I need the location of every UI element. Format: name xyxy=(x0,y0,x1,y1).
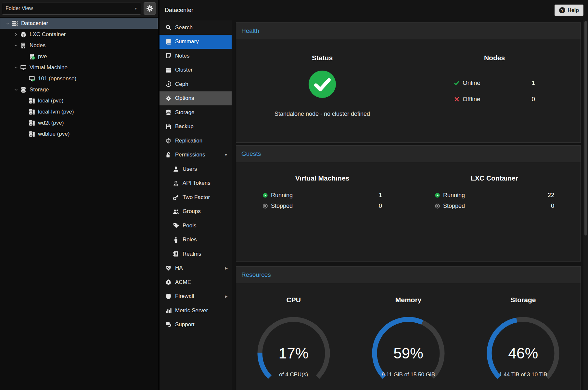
menu-item-label: Replication xyxy=(175,138,202,144)
menu-item-firewall[interactable]: Firewall▶ xyxy=(160,289,232,304)
menu-item-ha[interactable]: HA▶ xyxy=(160,261,232,276)
menu-item-ceph[interactable]: Ceph xyxy=(160,77,232,91)
desktop-icon xyxy=(20,64,27,71)
view-mode-select[interactable]: Folder View ▼ xyxy=(2,3,141,15)
stopped-icon xyxy=(435,203,440,209)
menu-item-realms[interactable]: Realms xyxy=(160,247,232,261)
tree-item-datacenter[interactable]: Datacenter xyxy=(0,18,158,29)
user-icon xyxy=(173,166,179,172)
menu-item-metric-server[interactable]: Metric Server xyxy=(160,303,232,318)
page-title: Datacenter xyxy=(165,7,193,14)
expander-spacer xyxy=(21,75,28,82)
menu-item-label: Options xyxy=(175,95,194,101)
tree-item-wdblue-pve[interactable]: wdblue (pve) xyxy=(0,128,158,140)
gear-icon xyxy=(146,5,153,12)
running-icon xyxy=(435,193,440,198)
tree-item-nodes[interactable]: Nodes xyxy=(0,40,158,51)
tree-item-label: Virtual Machine xyxy=(30,64,68,71)
menu-item-label: Summary xyxy=(175,38,199,45)
chevron-down-icon[interactable] xyxy=(12,86,19,93)
storage-gauge-value: 46% xyxy=(474,344,572,362)
menu-item-label: Support xyxy=(175,321,195,328)
storage-drive-icon xyxy=(29,120,35,126)
view-mode-value: Folder View xyxy=(6,6,33,11)
menu-item-users[interactable]: Users xyxy=(160,162,232,176)
menu-item-label: API Tokens xyxy=(183,180,211,186)
tree-item-lxc-container[interactable]: LXC Container xyxy=(0,29,158,40)
tree-item-label: Nodes xyxy=(30,42,45,49)
health-status-column: Status Standalone node - no cluster defi… xyxy=(236,39,408,142)
nodes-offline-value: 0 xyxy=(531,96,535,103)
menu-item-pools[interactable]: Pools xyxy=(160,219,232,233)
tree-item-101-opnsense[interactable]: 101 (opnsense) xyxy=(0,73,158,84)
book-icon xyxy=(165,39,172,45)
tree-item-local-lvm-pve[interactable]: local-lvm (pve) xyxy=(0,106,158,117)
tree-item-pve[interactable]: pve xyxy=(0,51,158,62)
vm-stopped-value: 0 xyxy=(379,203,382,209)
menu-item-roles[interactable]: Roles xyxy=(160,233,232,247)
status-heading: Status xyxy=(312,54,333,62)
menu-item-label: HA xyxy=(175,265,183,271)
vm-status-block: Running 1 Stopped 0 xyxy=(262,190,382,211)
tree-settings-button[interactable] xyxy=(144,2,156,15)
database-icon xyxy=(20,87,27,93)
resources-panel-title: Resources xyxy=(241,271,271,278)
help-button-label: Help xyxy=(568,7,579,13)
menu-item-api-tokens[interactable]: API Tokens xyxy=(160,176,232,191)
menu-item-groups[interactable]: Groups xyxy=(160,205,232,219)
status-ok-icon xyxy=(308,70,336,98)
menu-item-backup[interactable]: Backup xyxy=(160,120,232,134)
summary-content: Health Status Standalone node - no clust… xyxy=(232,20,583,390)
menu-item-options[interactable]: Options xyxy=(160,91,232,106)
chevron-down-icon[interactable] xyxy=(12,64,19,71)
guests-vm-column: Virtual Machines Running 1 xyxy=(236,174,408,261)
menu-item-permissions[interactable]: Permissions▼ xyxy=(160,148,232,162)
menu-item-storage[interactable]: Storage xyxy=(160,105,232,120)
scrollbar-thumb[interactable] xyxy=(584,21,587,235)
tree-item-label: local (pve) xyxy=(38,98,63,104)
menu-item-acme[interactable]: ACME xyxy=(160,275,232,289)
menu-item-replication[interactable]: Replication xyxy=(160,134,232,148)
memory-heading: Memory xyxy=(395,296,422,304)
menu-item-cluster[interactable]: Cluster xyxy=(160,63,232,77)
tree-item-storage[interactable]: Storage xyxy=(0,84,158,95)
menu-item-label: Search xyxy=(175,24,193,31)
tree-item-label: 101 (opnsense) xyxy=(38,75,76,82)
vm-heading: Virtual Machines xyxy=(295,174,350,182)
menu-item-two-factor[interactable]: Two Factor xyxy=(160,190,232,205)
nodes-online-row: Online 1 xyxy=(454,75,535,91)
resource-storage: Storage 46% 1.44 TiB of 3.10 TiB xyxy=(466,296,581,386)
tree-item-local-pve[interactable]: local (pve) xyxy=(0,95,158,106)
memory-gauge: 59% 9.11 GiB of 15.50 GiB xyxy=(360,308,457,386)
tree-item-virtual-machine[interactable]: Virtual Machine xyxy=(0,62,158,73)
search-icon xyxy=(165,24,172,31)
menu-item-search[interactable]: Search xyxy=(160,20,232,35)
lxc-stopped-label: Stopped xyxy=(443,203,465,209)
menu-item-support[interactable]: Support xyxy=(160,318,232,332)
tree-item-wd2t-pve[interactable]: wd2t (pve) xyxy=(0,117,158,128)
tags-icon xyxy=(173,222,179,229)
heartbeat-icon xyxy=(165,265,172,271)
resources-panel-header: Resources xyxy=(236,267,581,283)
memory-gauge-value: 59% xyxy=(360,344,457,362)
chevron-down-icon: ▼ xyxy=(134,7,137,10)
status-message: Standalone node - no cluster defined xyxy=(275,111,370,117)
menu-item-summary[interactable]: Summary xyxy=(160,35,232,49)
storage-gauge-caption: 1.44 TiB of 3.10 TiB xyxy=(474,371,572,378)
ceph-icon xyxy=(165,81,172,87)
tree-item-label: Datacenter xyxy=(21,20,48,27)
server-icon xyxy=(165,67,172,73)
chevron-down-icon[interactable] xyxy=(4,20,11,27)
male-icon xyxy=(173,237,179,243)
vertical-scrollbar[interactable] xyxy=(583,20,588,390)
storage-heading: Storage xyxy=(510,296,536,304)
chevron-down-icon[interactable] xyxy=(12,42,19,49)
menu-item-notes[interactable]: Notes xyxy=(160,49,232,63)
tree-toolbar: Folder View ▼ xyxy=(0,0,158,17)
chevron-right-icon[interactable] xyxy=(12,31,19,38)
resource-tree: DatacenterLXC ContainerNodespveVirtual M… xyxy=(0,17,158,140)
resource-tree-panel: Folder View ▼ DatacenterLXC ContainerNod… xyxy=(0,0,158,390)
app-root: Folder View ▼ DatacenterLXC ContainerNod… xyxy=(0,0,588,390)
expander-spacer xyxy=(21,130,28,138)
help-button[interactable]: ? Help xyxy=(555,5,583,16)
